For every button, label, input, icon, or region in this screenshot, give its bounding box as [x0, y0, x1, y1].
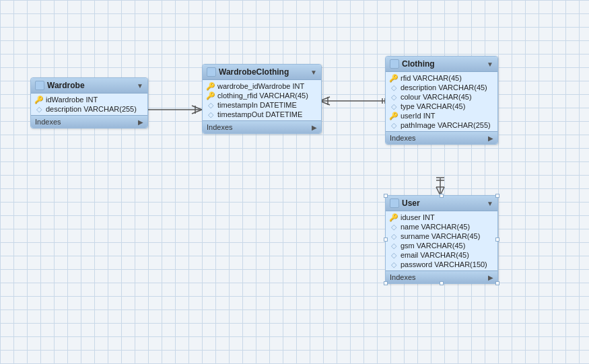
wardrobe-table: Wardrobe ▼ 🔑 idWardrobe INT ◇ descriptio… [30, 77, 148, 129]
field-text: timestampOut DATETIME [217, 110, 302, 118]
diamond-icon: ◇ [390, 102, 398, 110]
user-table-body: 🔑 iduser INT ◇ name VARCHAR(45) ◇ surnam… [386, 211, 497, 270]
field-text: timestampIn DATETIME [217, 101, 297, 109]
table-row: ◇ password VARCHAR(150) [386, 260, 497, 269]
diamond-icon: ◇ [390, 223, 398, 231]
diamond-icon: ◇ [390, 251, 398, 259]
field-text: type VARCHAR(45) [401, 102, 465, 110]
clothing-indexes[interactable]: Indexes ▶ [386, 131, 497, 144]
resize-handle-bm[interactable] [440, 281, 444, 285]
table-icon [390, 198, 399, 208]
svg-line-4 [192, 106, 202, 110]
field-text: name VARCHAR(45) [401, 223, 470, 231]
wardrobe-clothing-table-header[interactable]: WardrobeClothing ▼ [203, 65, 321, 80]
key-icon: 🔑 [207, 92, 215, 100]
wc-chevron-icon: ▼ [310, 69, 317, 76]
table-icon [207, 67, 216, 77]
field-text: pathImage VARCHAR(255) [401, 121, 491, 129]
field-text: wardrobe_idWardrobe INT [217, 82, 304, 90]
wardrobe-clothing-table: WardrobeClothing ▼ 🔑 wardrobe_idWardrobe… [202, 64, 322, 134]
diamond-icon: ◇ [390, 93, 398, 101]
diamond-icon: ◇ [207, 101, 215, 109]
table-row: ◇ email VARCHAR(45) [386, 250, 497, 260]
user-table-header[interactable]: User ▼ [386, 196, 497, 211]
wardrobe-table-title: Wardrobe [47, 81, 85, 90]
wardrobe-indexes[interactable]: Indexes ▶ [31, 115, 147, 128]
key-icon: 🔑 [390, 74, 398, 82]
user-table: User ▼ 🔑 iduser INT ◇ name VARCHAR(45) ◇… [385, 195, 498, 284]
diamond-icon: ◇ [207, 110, 215, 118]
field-text: colour VARCHAR(45) [401, 93, 472, 101]
field-text: surname VARCHAR(45) [401, 232, 480, 240]
table-row: ◇ description VARCHAR(255) [31, 104, 147, 114]
diamond-icon: ◇ [390, 232, 398, 240]
key-icon: 🔑 [390, 112, 398, 120]
diamond-icon: ◇ [390, 242, 398, 250]
table-row: ◇ name VARCHAR(45) [386, 222, 497, 231]
field-text: password VARCHAR(150) [401, 260, 487, 268]
resize-handle-rm[interactable] [495, 238, 499, 242]
wardrobe-clothing-table-body: 🔑 wardrobe_idWardrobe INT 🔑 clothing_rfi… [203, 80, 321, 120]
table-row: ◇ timestampIn DATETIME [203, 100, 321, 110]
indexes-label: Indexes [35, 118, 61, 126]
table-row: ◇ pathImage VARCHAR(255) [386, 120, 497, 130]
field-text: email VARCHAR(45) [401, 251, 469, 259]
indexes-chevron-icon: ▶ [488, 274, 493, 281]
resize-handle-tm[interactable] [440, 194, 444, 198]
indexes-chevron-icon: ▶ [488, 135, 493, 142]
table-row: ◇ type VARCHAR(45) [386, 102, 497, 111]
table-icon [35, 81, 44, 90]
indexes-chevron-icon: ▶ [312, 124, 317, 131]
resize-handle-tl[interactable] [384, 194, 388, 198]
wardrobe-chevron-icon: ▼ [137, 82, 143, 89]
indexes-label: Indexes [390, 134, 416, 142]
diamond-icon: ◇ [390, 83, 398, 92]
table-row: 🔑 iduser INT [386, 213, 497, 222]
wardrobe-table-body: 🔑 idWardrobe INT ◇ description VARCHAR(2… [31, 94, 147, 115]
clothing-table: Clothing ▼ 🔑 rfid VARCHAR(45) ◇ descript… [385, 56, 498, 145]
indexes-label: Indexes [390, 273, 416, 281]
table-row: ◇ gsm VARCHAR(45) [386, 241, 497, 250]
table-row: ◇ surname VARCHAR(45) [386, 231, 497, 241]
indexes-label: Indexes [207, 123, 233, 131]
user-chevron-icon: ▼ [487, 200, 493, 207]
field-text: userId INT [401, 112, 435, 120]
diamond-icon: ◇ [390, 121, 398, 129]
key-icon: 🔑 [390, 213, 398, 221]
table-row: 🔑 rfid VARCHAR(45) [386, 73, 497, 83]
field-text: idWardrobe INT [46, 96, 98, 104]
indexes-chevron-icon: ▶ [138, 118, 143, 126]
resize-handle-tr[interactable] [495, 194, 499, 198]
table-row: ◇ timestampOut DATETIME [203, 110, 321, 119]
svg-line-5 [192, 110, 202, 114]
key-icon: 🔑 [207, 82, 215, 90]
table-row: 🔑 userId INT [386, 111, 497, 120]
clothing-table-title: Clothing [402, 59, 435, 69]
clothing-table-body: 🔑 rfid VARCHAR(45) ◇ description VARCHAR… [386, 72, 497, 131]
field-text: iduser INT [401, 213, 435, 221]
clothing-table-header[interactable]: Clothing ▼ [386, 57, 497, 72]
table-row: 🔑 idWardrobe INT [31, 95, 147, 104]
user-table-title: User [402, 198, 420, 208]
wardrobe-table-header[interactable]: Wardrobe ▼ [31, 78, 147, 94]
wc-indexes[interactable]: Indexes ▶ [203, 120, 321, 133]
table-row: 🔑 clothing_rfid VARCHAR(45) [203, 91, 321, 100]
table-row: ◇ colour VARCHAR(45) [386, 92, 497, 102]
clothing-chevron-icon: ▼ [487, 61, 493, 68]
key-icon: 🔑 [35, 96, 43, 104]
diamond-icon: ◇ [35, 105, 43, 113]
table-row: 🔑 wardrobe_idWardrobe INT [203, 81, 321, 91]
resize-handle-lm[interactable] [384, 238, 388, 242]
field-text: rfid VARCHAR(45) [401, 74, 462, 82]
field-text: gsm VARCHAR(45) [401, 242, 465, 250]
wardrobe-clothing-table-title: WardrobeClothing [219, 67, 289, 77]
diamond-icon: ◇ [390, 260, 398, 268]
field-text: description VARCHAR(45) [401, 83, 487, 92]
resize-handle-br[interactable] [495, 281, 499, 285]
field-text: clothing_rfid VARCHAR(45) [217, 92, 308, 100]
table-icon [390, 59, 399, 69]
table-row: ◇ description VARCHAR(45) [386, 83, 497, 92]
relationship-lines [0, 0, 589, 364]
resize-handle-bl[interactable] [384, 281, 388, 285]
field-text: description VARCHAR(255) [46, 105, 137, 113]
